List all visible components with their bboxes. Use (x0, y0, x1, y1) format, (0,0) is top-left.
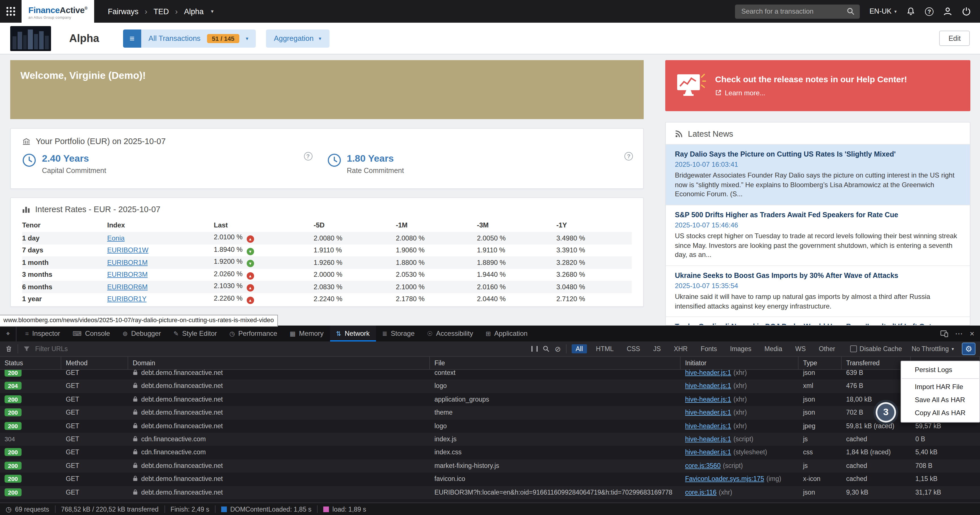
tab-inspector[interactable]: ⌗Inspector (19, 326, 66, 342)
search-icon[interactable] (847, 7, 855, 15)
initiator-link[interactable]: hive-header.js:1 (685, 422, 731, 429)
learn-more-link[interactable]: Learn more... (715, 89, 907, 97)
aggregation-button[interactable]: Aggregation ▾ (266, 29, 329, 48)
index-link[interactable]: EURIBOR1M (107, 259, 148, 267)
help-icon[interactable]: ? (304, 152, 312, 161)
initiator-link[interactable]: hive-header.js:1 (685, 409, 731, 416)
logout-power-icon[interactable] (962, 7, 971, 16)
filter-images[interactable]: Images (726, 344, 755, 353)
notifications-bell-icon[interactable] (906, 7, 915, 16)
index-link[interactable]: Eonia (107, 234, 124, 242)
network-settings-gear-button[interactable]: ⚙ (963, 343, 975, 354)
tab-console[interactable]: ⌨Console (66, 326, 116, 342)
filter-css[interactable]: CSS (623, 344, 644, 353)
filter-all[interactable]: All (572, 344, 587, 353)
filter-ws[interactable]: WS (791, 344, 810, 353)
left-column: Welcome, Virginie (Demo)! Your Portfolio… (10, 60, 644, 307)
menu-item-copy-all-as-har[interactable]: Copy All As HAR (901, 407, 980, 420)
initiator-link[interactable]: hive-header.js:1 (685, 396, 731, 403)
initiator-link[interactable]: core.js:116 (685, 489, 717, 496)
network-request-row[interactable]: 200 GET cdn.financeactive.com index.css … (0, 446, 980, 459)
index-link[interactable]: EURIBOR1Y (107, 295, 146, 303)
throttling-dropdown[interactable]: No Throttling ▾ (912, 345, 954, 352)
initiator-link[interactable]: hive-header.js:1 (685, 436, 731, 442)
apps-grid-button[interactable] (0, 0, 22, 23)
chevron-down-icon[interactable]: ▾ (211, 8, 213, 14)
index-link[interactable]: EURIBOR6M (107, 283, 148, 291)
disable-cache-checkbox[interactable] (850, 345, 857, 352)
filter-fonts[interactable]: Fonts (697, 344, 721, 353)
initiator-link[interactable]: hive-header.js:1 (685, 449, 731, 456)
filter-urls-input[interactable] (34, 345, 526, 353)
tab-network[interactable]: ⇅Network (330, 326, 376, 342)
edit-button[interactable]: Edit (939, 31, 970, 46)
tab-accessibility[interactable]: ☉Accessibility (421, 326, 479, 342)
block-request-icon[interactable]: ⊘ (555, 345, 561, 353)
breadcrumb-fairways[interactable]: Fairways (108, 7, 138, 16)
index-link[interactable]: EURIBOR3M (107, 271, 148, 279)
menu-item-import-har[interactable]: Import HAR File (901, 381, 980, 394)
requests-count[interactable]: 69 requests (15, 505, 49, 512)
devtools-meatball-menu-icon[interactable]: ⋯ (955, 329, 963, 337)
tab-performance[interactable]: ◷Performance (223, 326, 283, 342)
pause-recording-icon[interactable] (531, 346, 538, 352)
filter-media[interactable]: Media (760, 344, 786, 353)
network-request-row[interactable]: 200 GET debt.demo.financeactive.net logo… (0, 420, 980, 433)
tab-memory[interactable]: ▦Memory (283, 326, 330, 342)
column-type[interactable]: Type (799, 357, 842, 369)
responsive-design-mode-icon[interactable] (940, 330, 948, 337)
search-requests-icon[interactable] (543, 345, 550, 352)
initiator-link[interactable]: hive-header.js:1 (685, 370, 731, 376)
network-request-row[interactable]: 200 GET debt.demo.financeactive.net cont… (0, 370, 980, 380)
tab-style-editor[interactable]: ✎Style Editor (167, 326, 223, 342)
release-notes-banner[interactable]: Check out the release notes in our Help … (665, 60, 970, 111)
network-request-row[interactable]: 204 GET debt.demo.financeactive.net logo… (0, 380, 980, 393)
breadcrumb-alpha[interactable]: Alpha (184, 7, 204, 16)
transaction-search-box[interactable] (735, 4, 860, 18)
column-method[interactable]: Method (61, 357, 128, 369)
news-item[interactable]: Trader Gagliardi Named in DOJ Probe Woul… (666, 316, 970, 326)
news-item[interactable]: Ukraine Seeks to Boost Gas Imports by 30… (666, 265, 970, 317)
tab-storage[interactable]: ≣Storage (376, 326, 421, 342)
transactions-selector[interactable]: ≡ All Transactions 51 / 145 ▾ (123, 29, 256, 48)
column-domain[interactable]: Domain (128, 357, 430, 369)
initiator-link[interactable]: hive-header.js:1 (685, 383, 731, 389)
filter-other[interactable]: Other (815, 344, 839, 353)
financeactive-logo[interactable]: FinanceActive® an Altus Group company (22, 0, 94, 23)
network-request-row[interactable]: 200 GET debt.demo.financeactive.net appl… (0, 393, 980, 406)
menu-item-save-all-as-har[interactable]: Save All As HAR (901, 394, 980, 407)
disable-cache-toggle[interactable]: Disable Cache (850, 345, 902, 352)
devtools-close-icon[interactable]: × (970, 329, 974, 337)
network-request-row[interactable]: 200 GET debt.demo.financeactive.net favi… (0, 472, 980, 486)
menu-item-persist-logs[interactable]: Persist Logs (901, 364, 980, 377)
user-account-icon[interactable] (943, 7, 952, 16)
help-icon[interactable]: ? (624, 152, 633, 161)
logo-tagline: an Altus Group company (29, 15, 88, 19)
network-request-row[interactable]: 304 GET cdn.financeactive.com index.js h… (0, 433, 980, 446)
breadcrumb-ted[interactable]: TED (154, 7, 169, 16)
network-request-row[interactable]: 200 GET debt.demo.financeactive.net mark… (0, 459, 980, 472)
tab-application[interactable]: ⊞Application (479, 326, 534, 342)
initiator-link[interactable]: core.js:3560 (685, 462, 721, 469)
locale-selector[interactable]: EN-UK▾ (869, 7, 897, 15)
transactions-menu-button[interactable]: ≡ (123, 29, 141, 48)
help-icon[interactable]: ? (925, 7, 934, 16)
metric-label: Capital Commitment (42, 167, 106, 175)
network-request-row[interactable]: 200 GET debt.demo.financeactive.net EURI… (0, 486, 980, 499)
filter-urls-box[interactable] (23, 345, 526, 353)
column-initiator[interactable]: Initiator (681, 357, 799, 369)
filter-html[interactable]: HTML (592, 344, 618, 353)
news-item[interactable]: S&P 500 Drifts Higher as Traders Await F… (666, 205, 970, 265)
pick-element-button[interactable]: ⌖ (0, 326, 17, 342)
tab-debugger[interactable]: ⊚Debugger (116, 326, 167, 342)
column-file[interactable]: File (430, 357, 681, 369)
news-item[interactable]: Ray Dalio Says the Picture on Cutting US… (666, 144, 970, 205)
filter-js[interactable]: JS (649, 344, 665, 353)
network-request-row[interactable]: 200 GET debt.demo.financeactive.net them… (0, 406, 980, 420)
search-input[interactable] (740, 7, 842, 16)
column-status[interactable]: Status (0, 357, 61, 369)
initiator-link[interactable]: FaviconLoader.sys.mjs:175 (685, 475, 764, 482)
clear-requests-icon[interactable] (5, 345, 13, 353)
index-link[interactable]: EURIBOR1W (107, 246, 148, 254)
filter-xhr[interactable]: XHR (670, 344, 692, 353)
